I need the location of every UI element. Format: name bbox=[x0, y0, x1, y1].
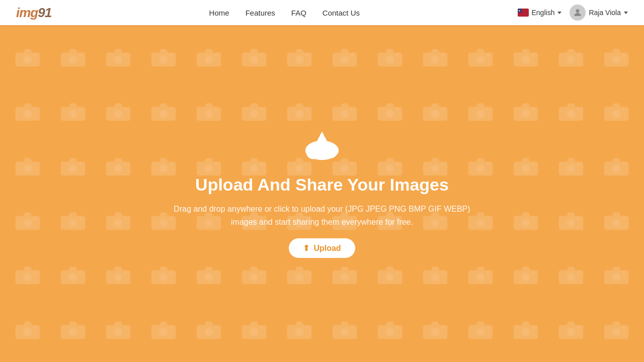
camera-bg-icon bbox=[277, 30, 322, 84]
svg-rect-324 bbox=[487, 327, 489, 328]
svg-rect-229 bbox=[61, 270, 86, 285]
svg-rect-273 bbox=[559, 270, 584, 285]
svg-point-275 bbox=[569, 275, 574, 280]
nav-faq[interactable]: FAQ bbox=[291, 9, 306, 17]
svg-rect-93 bbox=[423, 107, 448, 121]
svg-point-66 bbox=[114, 110, 122, 118]
svg-rect-8 bbox=[79, 54, 82, 56]
nav-contact[interactable]: Contact Us bbox=[323, 9, 360, 17]
svg-rect-313 bbox=[378, 325, 403, 339]
svg-rect-121 bbox=[106, 161, 131, 175]
svg-rect-272 bbox=[532, 272, 534, 274]
svg-point-94 bbox=[431, 110, 439, 118]
svg-rect-73 bbox=[197, 107, 221, 121]
svg-rect-269 bbox=[514, 270, 538, 285]
svg-point-127 bbox=[161, 166, 166, 171]
svg-point-270 bbox=[521, 273, 530, 282]
camera-bg-icon bbox=[5, 139, 50, 194]
svg-point-274 bbox=[567, 273, 575, 282]
upload-button[interactable]: ⬆ Upload bbox=[289, 238, 355, 258]
svg-point-246 bbox=[250, 273, 258, 282]
svg-rect-217 bbox=[559, 216, 584, 230]
camera-bg-icon bbox=[277, 303, 322, 357]
svg-point-338 bbox=[306, 145, 320, 159]
svg-point-279 bbox=[614, 275, 619, 280]
svg-point-291 bbox=[116, 329, 121, 334]
svg-rect-297 bbox=[197, 325, 221, 339]
svg-point-0 bbox=[576, 9, 580, 13]
svg-rect-288 bbox=[79, 327, 82, 328]
svg-rect-72 bbox=[170, 109, 172, 110]
camera-bg-icon bbox=[594, 303, 639, 357]
svg-point-230 bbox=[68, 273, 77, 282]
language-selector[interactable]: English bbox=[518, 9, 562, 17]
svg-rect-12 bbox=[124, 54, 127, 56]
svg-point-78 bbox=[250, 110, 258, 118]
svg-point-170 bbox=[23, 219, 32, 227]
svg-point-110 bbox=[612, 110, 620, 118]
svg-point-307 bbox=[297, 329, 302, 334]
svg-point-290 bbox=[114, 327, 122, 336]
svg-rect-168 bbox=[622, 163, 625, 165]
svg-point-278 bbox=[612, 273, 620, 282]
svg-point-234 bbox=[114, 273, 122, 282]
svg-point-318 bbox=[431, 327, 439, 336]
svg-point-226 bbox=[23, 273, 32, 282]
nav-home[interactable]: Home bbox=[209, 9, 229, 17]
svg-rect-65 bbox=[106, 107, 131, 121]
svg-rect-116 bbox=[34, 163, 36, 165]
camera-bg-icon bbox=[50, 303, 96, 357]
svg-point-98 bbox=[476, 110, 485, 118]
svg-rect-41 bbox=[468, 53, 493, 67]
user-menu[interactable]: Raja Viola bbox=[570, 5, 628, 21]
svg-point-54 bbox=[612, 55, 620, 64]
camera-bg-icon bbox=[50, 30, 96, 84]
camera-bg-icon bbox=[96, 194, 141, 248]
camera-bg-icon bbox=[458, 303, 503, 357]
svg-rect-296 bbox=[170, 327, 172, 328]
svg-point-266 bbox=[476, 273, 485, 282]
svg-point-11 bbox=[116, 57, 121, 62]
svg-rect-228 bbox=[34, 272, 36, 274]
svg-rect-9 bbox=[106, 53, 131, 67]
svg-rect-328 bbox=[532, 327, 534, 328]
camera-bg-icon bbox=[50, 194, 96, 248]
svg-point-167 bbox=[614, 166, 619, 171]
svg-rect-172 bbox=[34, 218, 36, 219]
svg-point-3 bbox=[25, 57, 30, 62]
svg-rect-177 bbox=[106, 216, 131, 230]
svg-point-183 bbox=[161, 220, 166, 225]
svg-point-255 bbox=[342, 275, 347, 280]
user-chevron-icon bbox=[624, 12, 628, 14]
svg-point-159 bbox=[523, 166, 528, 171]
svg-point-267 bbox=[478, 275, 483, 280]
camera-bg-icon bbox=[548, 194, 594, 248]
nav-features[interactable]: Features bbox=[246, 9, 275, 17]
svg-point-63 bbox=[70, 112, 75, 117]
svg-point-326 bbox=[521, 327, 530, 336]
svg-point-34 bbox=[385, 55, 394, 64]
svg-point-95 bbox=[433, 112, 438, 117]
svg-rect-101 bbox=[514, 107, 538, 121]
svg-point-67 bbox=[116, 112, 121, 117]
svg-rect-40 bbox=[441, 54, 444, 56]
svg-rect-88 bbox=[351, 109, 353, 110]
avatar bbox=[570, 5, 586, 21]
svg-point-339 bbox=[325, 146, 337, 158]
svg-point-82 bbox=[295, 110, 303, 118]
svg-point-299 bbox=[206, 329, 211, 334]
svg-point-303 bbox=[252, 329, 257, 334]
svg-point-239 bbox=[161, 275, 166, 280]
svg-point-114 bbox=[23, 164, 32, 172]
svg-rect-164 bbox=[577, 163, 580, 165]
svg-rect-16 bbox=[170, 54, 172, 56]
svg-rect-277 bbox=[604, 270, 629, 285]
svg-rect-37 bbox=[423, 53, 448, 67]
svg-point-59 bbox=[25, 112, 30, 117]
hero-title: Upload And Share Your Images bbox=[195, 174, 449, 195]
svg-rect-240 bbox=[170, 272, 172, 274]
svg-rect-20 bbox=[215, 54, 217, 56]
svg-point-322 bbox=[476, 327, 485, 336]
svg-point-298 bbox=[204, 327, 213, 336]
svg-rect-309 bbox=[333, 325, 357, 339]
